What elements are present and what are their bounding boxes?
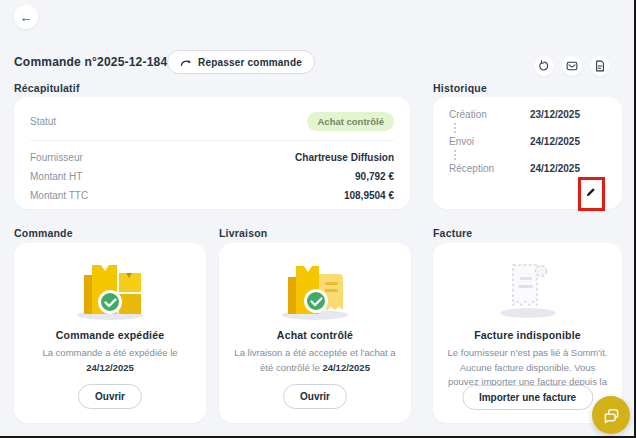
event-label: Envoi [449,136,474,147]
status-label: Statut [30,116,56,127]
facture-card: Facture indisponible Le fournisseur n'es… [433,243,622,423]
history-icon [538,60,550,72]
recap-row-montant-ht: Montant HT 90,792 € [30,167,394,186]
redo-icon [180,57,192,67]
desc-text: La livraison a été acceptée et l'achat a… [234,347,395,373]
livraison-status-title: Achat contrôlé [219,329,411,341]
timeline-connector [454,123,456,133]
event-label: Réception [449,163,494,174]
row-value: 90,792 € [355,171,394,182]
shipped-boxes-illustration [62,257,158,321]
facture-status-title: Facture indisponible [433,329,622,341]
commande-status-title: Commande expédiée [14,329,206,341]
timeline-connector [454,150,456,160]
missing-invoice-illustration [480,257,576,321]
history-event-reception: Réception 24/12/2025 [449,163,606,174]
commande-card: Commande expédiée La commande a été expé… [14,243,206,423]
import-invoice-button[interactable]: Importer une facture [462,385,593,410]
chat-icon [603,407,620,424]
header-actions [534,56,610,76]
commande-description: La commande a été expédiée le 24/12/2025 [26,346,194,375]
desc-date: 24/12/2025 [322,362,370,373]
row-label: Montant HT [30,171,82,182]
recap-card: Statut Achat contrôlé Fournisseur Chartr… [14,97,410,209]
back-arrow-icon: ← [20,10,33,25]
history-event-creation: Création 23/12/2025 [449,109,606,120]
open-commande-button[interactable]: Ouvrir [78,384,142,409]
event-date: 24/12/2025 [530,163,580,174]
document-icon [594,60,606,72]
history-button[interactable] [534,56,554,76]
recap-section-title: Récapitulatif [14,82,80,94]
history-event-envoi: Envoi 24/12/2025 [449,136,606,147]
back-button[interactable]: ← [14,5,38,29]
row-label: Montant TTC [30,190,88,201]
open-livraison-button[interactable]: Ouvrir [283,384,347,409]
repass-order-button[interactable]: Repasser commande [167,50,315,74]
commande-section-title: Commande [14,227,73,239]
event-label: Création [449,109,487,120]
desc-date: 24/12/2025 [86,362,134,373]
document-button[interactable] [590,56,610,76]
status-badge: Achat contrôlé [307,112,394,131]
desc-text: La commande a été expédiée le [42,347,177,358]
livraison-card: Achat contrôlé La livraison a été accept… [219,243,411,423]
facture-section-title: Facture [433,227,472,239]
mail-icon [566,60,578,72]
history-section-title: Historique [433,82,487,94]
livraison-section-title: Livraison [219,227,267,239]
event-date: 24/12/2025 [530,136,580,147]
recap-row-fournisseur: Fournisseur Chartreuse Diffusion [30,148,394,167]
event-date: 23/12/2025 [530,109,580,120]
livraison-description: La livraison a été acceptée et l'achat a… [231,346,399,375]
edit-pencil-icon [585,187,596,198]
mail-button[interactable] [562,56,582,76]
row-label: Fournisseur [30,152,83,163]
edit-reception-date-button[interactable] [582,184,598,200]
chat-support-button[interactable] [592,396,630,434]
repass-order-label: Repasser commande [198,57,302,68]
history-card: Création 23/12/2025 Envoi 24/12/2025 Réc… [433,97,622,209]
order-detail-page: ← Commande n°2025-12-1844-005 Repasser c… [0,0,636,438]
row-value: Chartreuse Diffusion [295,152,394,163]
recap-row-montant-ttc: Montant TTC 108,9504 € [30,186,394,205]
checked-delivery-illustration [267,257,363,321]
row-value: 108,9504 € [344,190,394,201]
divider [30,140,394,141]
